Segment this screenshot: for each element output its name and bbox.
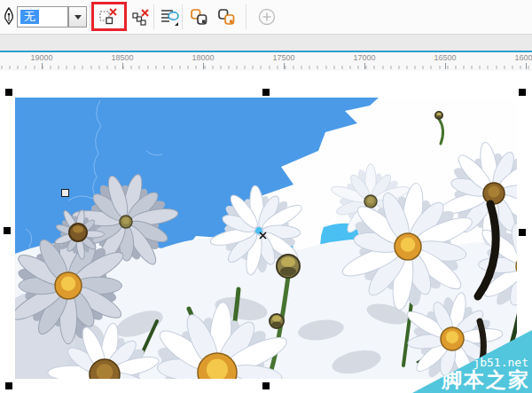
toolbar-separator — [90, 4, 90, 29]
shapes-order-b-button[interactable] — [213, 4, 239, 30]
selection-handle-middle-right[interactable] — [519, 229, 526, 236]
toolbar-separator — [246, 4, 246, 29]
delete-virtual-segment-button[interactable] — [95, 4, 121, 30]
chevron-down-icon — [74, 15, 82, 20]
ruler-major-tick — [42, 63, 43, 69]
ruler-label: 16500 — [434, 53, 456, 62]
toolbar-separator — [153, 4, 154, 29]
ruler-label: 16000 — [514, 53, 532, 62]
object-center-x-marker[interactable] — [259, 232, 268, 240]
selection-handle-bottom-left[interactable] — [5, 382, 12, 389]
selection-handle-top-right[interactable] — [519, 89, 526, 96]
dashed-square-red-x-icon — [98, 7, 118, 27]
text-lines-magnifier-icon — [160, 7, 179, 27]
add-button — [254, 4, 280, 30]
ruler-label: 18000 — [192, 53, 214, 62]
selection-handle-bottom-center[interactable] — [262, 382, 270, 389]
ruler-major-tick — [203, 63, 204, 69]
selection-handle-top-left[interactable] — [5, 89, 12, 96]
detail-flyout-button[interactable] — [156, 4, 183, 30]
ruler-minor-ticks — [0, 66, 532, 69]
dark-over-orange-squares-icon — [216, 7, 236, 27]
toolbar-separator — [182, 4, 183, 29]
selection-handle-middle-left[interactable] — [4, 227, 11, 234]
outline-width-value: 无 — [20, 10, 39, 24]
drawing-canvas[interactable]: jb51.net 脚本之家 — [0, 71, 532, 393]
ruler-major-tick — [526, 63, 527, 69]
outline-width-dropdown-button[interactable] — [68, 6, 87, 28]
outline-width-select[interactable]: 无 — [17, 6, 68, 28]
small-squares-red-x-icon — [131, 7, 151, 27]
ruler-major-tick — [445, 63, 446, 69]
ruler-label: 19000 — [30, 53, 52, 62]
toolbar-gap — [0, 35, 532, 51]
selection-handle-top-center[interactable] — [262, 89, 270, 96]
node-marker[interactable] — [61, 189, 69, 197]
ruler-major-tick — [364, 63, 365, 69]
property-bar: 无 — [0, 0, 532, 35]
pen-nib-icon — [3, 7, 15, 28]
shapes-order-a-button[interactable] — [185, 4, 212, 30]
ruler-major-tick — [284, 63, 285, 69]
horizontal-ruler[interactable]: 19000 18500 18000 17500 17000 16500 1600… — [0, 52, 532, 71]
ruler-label: 17000 — [353, 53, 375, 62]
ruler-major-tick — [122, 63, 123, 69]
orange-over-dark-squares-icon — [189, 7, 208, 27]
circle-plus-icon — [257, 7, 277, 27]
ruler-label: 17500 — [272, 53, 294, 62]
ruler-label: 18500 — [111, 53, 133, 62]
app-window: 无 — [0, 0, 532, 393]
delete-multi-segment-button[interactable] — [128, 4, 154, 30]
